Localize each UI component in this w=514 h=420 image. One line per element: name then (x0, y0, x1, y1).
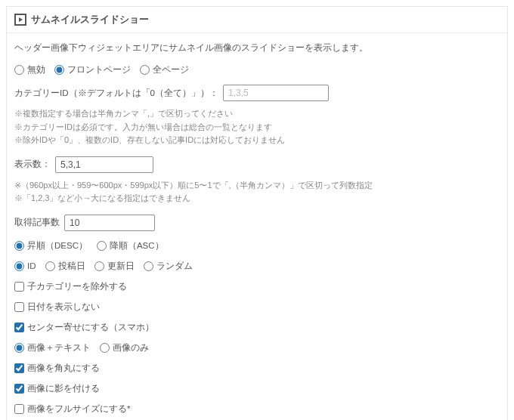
radio-desc[interactable] (14, 241, 24, 251)
thumb-mode-option-imgtext[interactable]: 画像＋テキスト (14, 342, 91, 354)
category-id-input[interactable] (223, 85, 329, 101)
chk-fullsize[interactable] (14, 404, 24, 414)
chk-center-sp[interactable] (14, 323, 24, 332)
category-id-row: カテゴリーID（※デフォルトは「0（全て）」）： (14, 85, 500, 101)
panel-header: サムネイルスライドショー (7, 7, 507, 33)
note-line: ※（960px以上・959〜600px・599px以下）順に5〜1で「,（半角カ… (14, 179, 500, 193)
category-notes: ※複数指定する場合は半角カンマ「,」で区切ってください ※カテゴリーIDは必須で… (14, 107, 500, 147)
display-scope-option-all[interactable]: 全ページ (140, 64, 189, 76)
chk-label: 子カテゴリーを除外する (27, 281, 127, 292)
radio-label: ID (27, 261, 36, 270)
checkbox-center-sp[interactable]: センター寄せにする（スマホ） (14, 322, 154, 333)
order-option-desc[interactable]: 昇順（DESC） (14, 240, 88, 252)
fetch-count-label: 取得記事数 (14, 217, 60, 228)
radio-label: 投稿日 (58, 261, 85, 272)
checkbox-shadow[interactable]: 画像に影を付ける (14, 383, 100, 394)
checkbox-fullsize-row: 画像をフルサイズにする* (14, 403, 500, 415)
radio-rand[interactable] (144, 261, 153, 271)
radio-asc[interactable] (97, 241, 107, 251)
checkbox-fullsize[interactable]: 画像をフルサイズにする* (14, 403, 130, 415)
panel-body: ヘッダー画像下ウィジェットエリアにサムネイル画像のスライドショーを表示します。 … (7, 33, 507, 420)
display-count-label: 表示数： (14, 159, 51, 170)
radio-label: 無効 (27, 64, 45, 76)
fetch-count-input[interactable] (64, 215, 155, 231)
radio-id[interactable] (14, 261, 24, 271)
radio-date[interactable] (45, 261, 55, 271)
chk-exclude-child-cat[interactable] (14, 282, 24, 292)
orderby-group: ID 投稿日 更新日 ランダム (14, 261, 500, 272)
radio-label: 全ページ (153, 64, 189, 76)
slideshow-icon (14, 14, 26, 26)
radio-modified[interactable] (94, 261, 104, 271)
radio-none[interactable] (14, 65, 24, 75)
order-option-asc[interactable]: 降順（ASC） (97, 240, 164, 252)
checkbox-round-row: 画像を角丸にする (14, 363, 500, 374)
radio-label: 降順（ASC） (110, 240, 164, 252)
checkbox-shadow-row: 画像に影を付ける (14, 383, 500, 394)
note-line: ※カテゴリーIDは必須です。入力が無い場合は総合の一覧となります (14, 121, 500, 134)
checkbox-exclude-child-cat[interactable]: 子カテゴリーを除外する (14, 281, 127, 292)
chk-shadow[interactable] (14, 384, 24, 394)
display-scope-option-front[interactable]: フロントページ (54, 64, 131, 76)
checkbox-hide-date[interactable]: 日付を表示しない (14, 301, 100, 313)
chk-round[interactable] (14, 363, 24, 373)
chk-label: 画像に影を付ける (27, 383, 100, 394)
radio-label: 更新日 (107, 261, 135, 272)
checkbox-center-sp-row: センター寄せにする（スマホ） (14, 322, 500, 333)
checkbox-round[interactable]: 画像を角丸にする (14, 363, 100, 374)
thumb-mode-option-imgonly[interactable]: 画像のみ (100, 342, 149, 354)
checkbox-exclude-child-cat-row: 子カテゴリーを除外する (14, 281, 500, 292)
settings-panel: サムネイルスライドショー ヘッダー画像下ウィジェットエリアにサムネイル画像のスラ… (6, 6, 508, 420)
radio-label: ランダム (156, 261, 193, 272)
radio-label: 昇順（DESC） (27, 240, 88, 252)
chk-label: センター寄せにする（スマホ） (27, 322, 154, 333)
panel-title: サムネイルスライドショー (31, 13, 149, 26)
radio-label: 画像のみ (113, 342, 149, 354)
orderby-option-id[interactable]: ID (14, 261, 36, 271)
chk-label: 画像をフルサイズにする* (27, 403, 130, 415)
radio-label: フロントページ (67, 64, 131, 76)
note-line: ※「1,2,3」など小→大になる指定はできません (14, 192, 500, 205)
thumb-mode-group: 画像＋テキスト 画像のみ (14, 342, 500, 354)
orderby-option-rand[interactable]: ランダム (144, 261, 193, 272)
order-group: 昇順（DESC） 降順（ASC） (14, 240, 500, 252)
radio-imgonly[interactable] (100, 343, 110, 353)
radio-all[interactable] (140, 65, 150, 75)
note-line: ※除外IDや「0」、複数のID、存在しない記事IDには対応しておりません (14, 134, 500, 147)
display-scope-option-none[interactable]: 無効 (14, 64, 45, 76)
chk-label: 日付を表示しない (27, 301, 100, 313)
display-count-notes: ※（960px以上・959〜600px・599px以下）順に5〜1で「,（半角カ… (14, 179, 500, 205)
radio-label: 画像＋テキスト (27, 342, 91, 354)
orderby-option-date[interactable]: 投稿日 (45, 261, 85, 272)
svg-marker-1 (19, 17, 23, 22)
chk-label: 画像を角丸にする (27, 363, 100, 374)
display-count-row: 表示数： (14, 156, 500, 173)
fetch-count-row: 取得記事数 (14, 215, 500, 231)
orderby-option-modified[interactable]: 更新日 (94, 261, 135, 272)
chk-hide-date[interactable] (14, 302, 24, 312)
radio-front[interactable] (54, 65, 64, 75)
display-count-input[interactable] (55, 156, 153, 173)
radio-imgtext[interactable] (14, 343, 24, 353)
category-id-label: カテゴリーID（※デフォルトは「0（全て）」）： (14, 88, 218, 99)
note-line: ※複数指定する場合は半角カンマ「,」で区切ってください (14, 107, 500, 121)
panel-description: ヘッダー画像下ウィジェットエリアにサムネイル画像のスライドショーを表示します。 (14, 42, 500, 54)
display-scope-group: 無効 フロントページ 全ページ (14, 64, 500, 76)
checkbox-hide-date-row: 日付を表示しない (14, 301, 500, 313)
